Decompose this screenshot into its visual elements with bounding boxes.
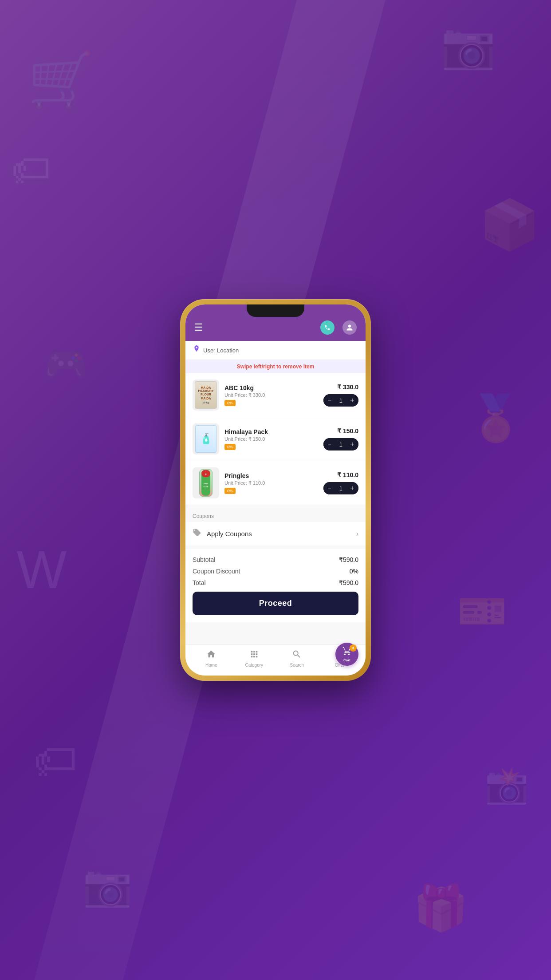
cart-item: P PRIN GLES Pringles Unit Price: ₹ 110.0… bbox=[185, 461, 366, 505]
increase-qty-button[interactable]: + bbox=[346, 482, 358, 494]
item-price: ₹ 330.0 bbox=[337, 383, 358, 391]
phone-frame: ☰ User Location bbox=[180, 299, 371, 681]
quantity-control[interactable]: − 1 + bbox=[323, 394, 358, 407]
discount-label: Coupon Discount bbox=[193, 568, 240, 575]
item-price: ₹ 150.0 bbox=[337, 427, 358, 435]
item-right-himalaya: ₹ 150.0 − 1 + bbox=[323, 427, 358, 450]
svg-text:GLES: GLES bbox=[204, 486, 209, 488]
item-discount-badge: 0% bbox=[224, 400, 236, 406]
phone-screen: ☰ User Location bbox=[185, 304, 366, 676]
search-icon bbox=[292, 649, 302, 661]
search-nav-label: Search bbox=[290, 663, 304, 668]
item-discount-badge: 0% bbox=[224, 444, 236, 450]
swipe-hint-bar: Swipe left/right to remove item bbox=[185, 360, 366, 373]
coupons-section-label: Coupons bbox=[185, 509, 366, 522]
qty-value: 1 bbox=[336, 485, 346, 492]
cart-items-list: PILSBURYFLOURMAIDA 10 kg ABC 10kg Unit P… bbox=[185, 373, 366, 505]
subtotal-value: ₹590.0 bbox=[339, 556, 358, 563]
qty-value: 1 bbox=[336, 397, 346, 404]
total-label: Total bbox=[193, 579, 206, 586]
cart-fab-button[interactable]: 3 Cart bbox=[335, 643, 358, 666]
coupons-section: Coupons Apply Coupons › bbox=[185, 509, 366, 545]
coupon-tag-icon bbox=[193, 528, 201, 539]
decrease-qty-button[interactable]: − bbox=[323, 482, 336, 494]
proceed-button[interactable]: Proceed bbox=[193, 592, 358, 615]
cart-fab-label: Cart bbox=[343, 658, 350, 662]
location-bar[interactable]: User Location bbox=[185, 341, 366, 360]
scroll-content[interactable]: PILSBURYFLOURMAIDA 10 kg ABC 10kg Unit P… bbox=[185, 373, 366, 644]
nav-item-category[interactable]: Category bbox=[233, 649, 276, 668]
item-unit-price: Unit Price: ₹ 150.0 bbox=[224, 436, 318, 442]
item-right-pringles: ₹ 110.0 − 1 + bbox=[323, 471, 358, 494]
decrease-qty-button[interactable]: − bbox=[323, 438, 336, 450]
subtotal-row: Subtotal ₹590.0 bbox=[193, 556, 358, 563]
discount-value: 0% bbox=[350, 568, 358, 575]
apply-coupons-text: Apply Coupons bbox=[207, 530, 351, 537]
total-row: Total ₹590.0 bbox=[193, 579, 358, 586]
item-price: ₹ 110.0 bbox=[337, 471, 358, 478]
call-button[interactable] bbox=[320, 320, 335, 335]
item-details-abc: ABC 10kg Unit Price: ₹ 330.0 0% bbox=[224, 384, 318, 406]
phone-notch bbox=[247, 304, 304, 317]
chevron-right-icon: › bbox=[356, 530, 358, 538]
item-details-himalaya: Himalaya Pack Unit Price: ₹ 150.0 0% bbox=[224, 428, 318, 450]
apply-coupons-button[interactable]: Apply Coupons › bbox=[185, 522, 366, 545]
cart-item: PILSBURYFLOURMAIDA 10 kg ABC 10kg Unit P… bbox=[185, 373, 366, 417]
svg-text:PRIN: PRIN bbox=[204, 482, 208, 485]
menu-icon[interactable]: ☰ bbox=[194, 322, 203, 333]
cart-badge: 3 bbox=[350, 644, 357, 652]
home-icon bbox=[206, 649, 216, 661]
decrease-qty-button[interactable]: − bbox=[323, 394, 336, 407]
increase-qty-button[interactable]: + bbox=[346, 438, 358, 450]
location-pin-icon bbox=[193, 345, 200, 355]
nav-item-search[interactable]: Search bbox=[276, 649, 319, 668]
cart-item: 🧴 Himalaya Pack Unit Price: ₹ 150.0 0% ₹… bbox=[185, 417, 366, 461]
user-profile-button[interactable] bbox=[342, 320, 357, 335]
item-image-maida: PILSBURYFLOURMAIDA 10 kg bbox=[193, 379, 219, 411]
category-nav-label: Category bbox=[245, 663, 263, 668]
subtotal-label: Subtotal bbox=[193, 556, 215, 563]
location-text: User Location bbox=[203, 347, 239, 354]
item-discount-badge: 0% bbox=[224, 488, 236, 494]
increase-qty-button[interactable]: + bbox=[346, 394, 358, 407]
quantity-control[interactable]: − 1 + bbox=[323, 438, 358, 450]
item-right-abc: ₹ 330.0 − 1 + bbox=[323, 383, 358, 407]
item-unit-price: Unit Price: ₹ 110.0 bbox=[224, 480, 318, 486]
item-unit-price: Unit Price: ₹ 330.0 bbox=[224, 392, 318, 398]
item-image-pringles: P PRIN GLES bbox=[193, 467, 219, 498]
qty-value: 1 bbox=[336, 441, 346, 448]
discount-row: Coupon Discount 0% bbox=[193, 568, 358, 575]
category-icon bbox=[249, 649, 259, 661]
item-name: Himalaya Pack bbox=[224, 428, 318, 435]
item-name: ABC 10kg bbox=[224, 384, 318, 391]
nav-item-home[interactable]: Home bbox=[190, 649, 233, 668]
item-image-himalaya: 🧴 bbox=[193, 423, 219, 454]
item-details-pringles: Pringles Unit Price: ₹ 110.0 0% bbox=[224, 472, 318, 494]
bottom-navigation: Home Category Search bbox=[185, 644, 366, 676]
total-value: ₹590.0 bbox=[339, 579, 358, 586]
home-nav-label: Home bbox=[205, 663, 217, 668]
item-name: Pringles bbox=[224, 472, 318, 479]
order-summary: Subtotal ₹590.0 Coupon Discount 0% Total… bbox=[185, 549, 366, 622]
quantity-control[interactable]: − 1 + bbox=[323, 482, 358, 494]
